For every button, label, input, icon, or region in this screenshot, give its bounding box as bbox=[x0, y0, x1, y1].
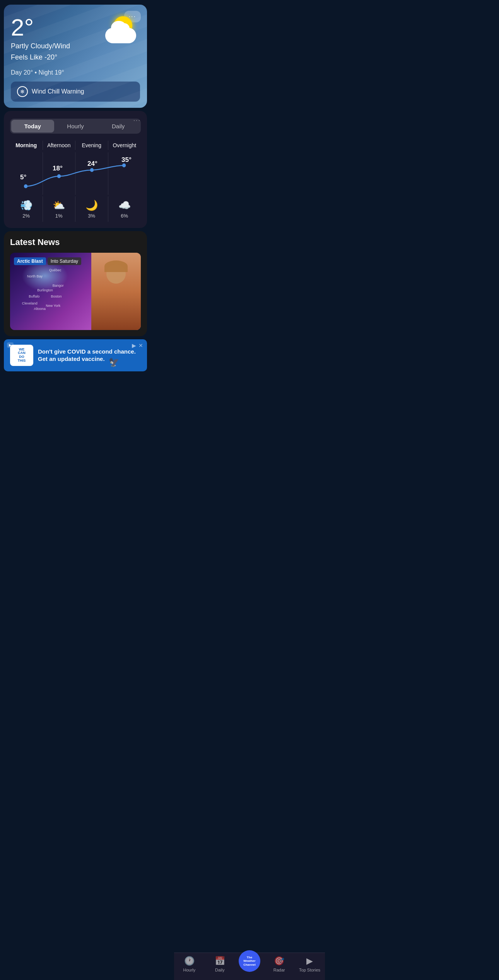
city-altoona: Altoona bbox=[34, 307, 46, 311]
temperature-chart: 5° 18° 24° 35° bbox=[10, 152, 141, 195]
weather-header: ··· 2° Partly Cloudy/Wind Feels Like -20… bbox=[4, 5, 147, 108]
night-temp: Night 19° bbox=[39, 69, 64, 76]
svg-point-3 bbox=[24, 184, 27, 188]
feels-like: Feels Like -20° bbox=[11, 53, 140, 62]
tod-headers: Morning Afternoon Evening Overnight bbox=[10, 141, 141, 150]
snowflake-icon: ❄ bbox=[17, 86, 28, 97]
overnight-weather: ☁️ 6% bbox=[108, 196, 141, 222]
news-badges: Arctic Blast Into Saturday bbox=[14, 257, 81, 265]
city-boston: Boston bbox=[51, 294, 62, 298]
overnight-temp: 35° bbox=[121, 156, 132, 164]
ad-logo-text: WECANDOTHIS bbox=[18, 348, 26, 363]
tab-hourly[interactable]: Hourly bbox=[54, 120, 97, 133]
badge-arctic: Arctic Blast bbox=[14, 257, 46, 265]
ad-badge: ▶ bbox=[7, 342, 14, 348]
evening-precip: 3% bbox=[88, 213, 95, 219]
svg-point-4 bbox=[57, 174, 61, 178]
warning-text: Wind Chill Warning bbox=[32, 88, 84, 95]
city-buffalo: Buffalo bbox=[29, 294, 39, 298]
forecast-menu-dots[interactable]: ··· bbox=[133, 117, 141, 124]
afternoon-temp: 18° bbox=[53, 165, 63, 172]
tab-today[interactable]: Today bbox=[11, 120, 54, 133]
morning-icon: 💨 bbox=[20, 199, 32, 211]
tod-footer: 💨 2% ⛅ 1% 🌙 3% ☁️ 6% bbox=[10, 196, 141, 222]
day-night-temps: Day 20° • Night 19° bbox=[11, 69, 140, 76]
evening-weather: 🌙 3% bbox=[75, 196, 108, 222]
morning-precip: 2% bbox=[22, 213, 30, 219]
nav-spacer bbox=[0, 374, 151, 405]
hhs-bird-icon: 🦅 bbox=[109, 357, 119, 368]
ad-logo: WECANDOTHIS bbox=[10, 345, 33, 366]
city-bangor: Bangor bbox=[53, 284, 64, 288]
afternoon-icon: ⛅ bbox=[53, 199, 65, 211]
ad-text: Don't give COVID a second chance. Get an… bbox=[38, 348, 141, 363]
overnight-precip: 6% bbox=[121, 213, 128, 219]
forecast-tabs: Today Hourly Daily bbox=[10, 119, 141, 134]
evening-icon: 🌙 bbox=[85, 199, 98, 211]
ad-banner[interactable]: ▶ WECANDOTHIS Don't give COVID a second … bbox=[4, 339, 147, 371]
city-quebec: Québec bbox=[49, 268, 62, 272]
city-burlington: Burlington bbox=[37, 288, 53, 292]
badge-saturday: Into Saturday bbox=[48, 257, 81, 265]
person-silhouette bbox=[91, 253, 141, 330]
day-temp: Day 20° bbox=[11, 69, 33, 76]
city-new-york: New York bbox=[46, 304, 60, 308]
ad-close-button[interactable]: ✕ bbox=[138, 342, 143, 349]
cloud-icon bbox=[105, 28, 136, 43]
city-north-bay: North Bay bbox=[27, 274, 43, 278]
morning-label: Morning bbox=[10, 141, 43, 150]
news-thumbnail: theweatherchannel bbox=[91, 253, 141, 330]
wind-chill-warning[interactable]: ❄ Wind Chill Warning bbox=[11, 82, 140, 102]
afternoon-weather: ⛅ 1% bbox=[43, 196, 76, 222]
latest-news-section: Latest News North Bay Québec Burlington … bbox=[4, 231, 147, 336]
morning-temp: 5° bbox=[20, 174, 26, 181]
news-card[interactable]: North Bay Québec Burlington Bangor Buffa… bbox=[10, 253, 141, 330]
partly-cloudy-icon bbox=[105, 16, 140, 43]
morning-weather: 💨 2% bbox=[10, 196, 43, 222]
forecast-card: ··· Today Hourly Daily Morning Afternoon… bbox=[4, 111, 147, 228]
svg-point-6 bbox=[122, 163, 126, 167]
evening-temp: 24° bbox=[87, 160, 97, 168]
news-section-title: Latest News bbox=[10, 237, 141, 247]
svg-point-5 bbox=[90, 168, 94, 172]
overnight-icon: ☁️ bbox=[118, 199, 131, 211]
overnight-label: Overnight bbox=[108, 141, 141, 150]
evening-label: Evening bbox=[75, 141, 108, 150]
city-cleveland: Cleveland bbox=[22, 301, 38, 305]
afternoon-label: Afternoon bbox=[43, 141, 76, 150]
ad-ad-indicator: ▶ bbox=[132, 342, 136, 349]
afternoon-precip: 1% bbox=[55, 213, 63, 219]
